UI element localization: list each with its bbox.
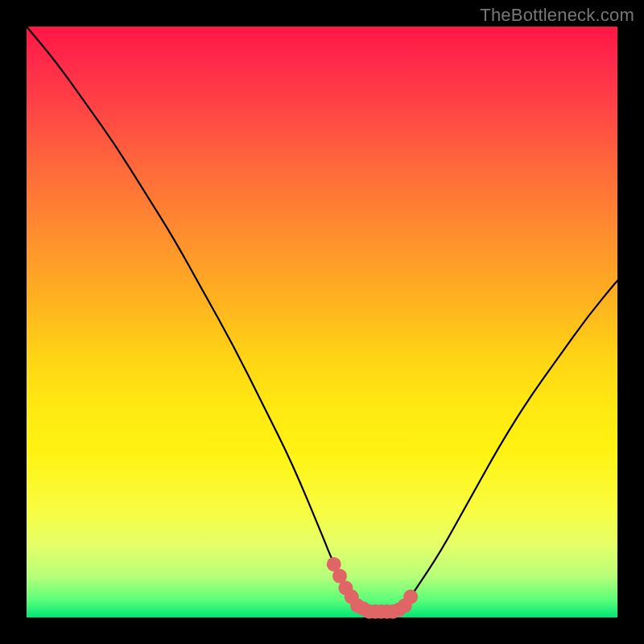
chart-plot-area [27, 27, 617, 617]
chart-frame: TheBottleneck.com [0, 0, 644, 644]
chart-curve [27, 27, 617, 612]
chart-svg [27, 27, 617, 617]
highlight-marker [403, 589, 418, 604]
chart-highlight-markers [327, 557, 418, 619]
watermark-label: TheBottleneck.com [480, 5, 634, 26]
